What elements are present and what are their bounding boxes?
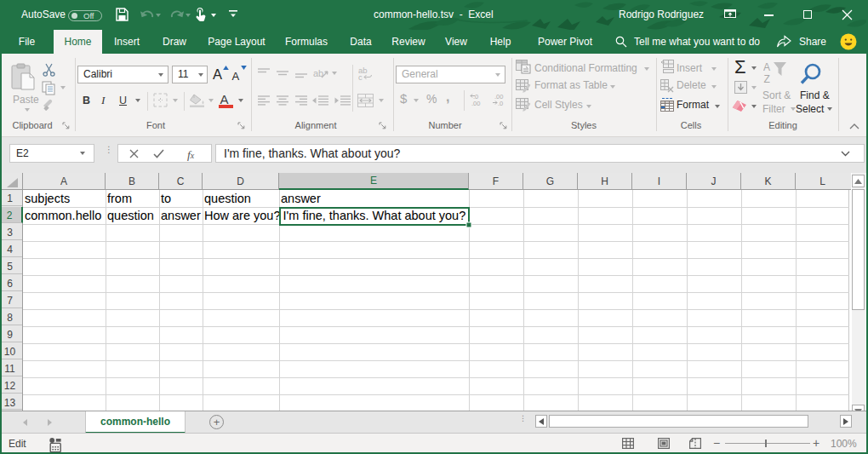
svg-text:c: c	[358, 72, 363, 80]
svg-text:.0: .0	[498, 100, 503, 106]
svg-text:A: A	[763, 61, 770, 73]
svg-text:Z: Z	[764, 73, 770, 84]
svg-text:.00: .00	[471, 100, 480, 106]
